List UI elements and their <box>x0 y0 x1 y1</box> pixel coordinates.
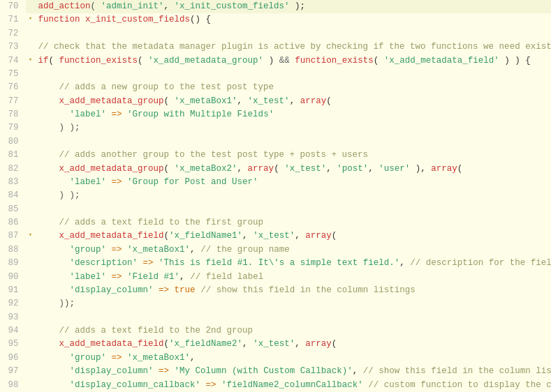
code-content: 'display_column_callback' => 'fieldName2… <box>36 379 551 392</box>
code-content: 'group' => 'x_metaBox1', // the group na… <box>36 243 551 257</box>
line-number: 98 <box>0 379 26 392</box>
table-row: 80 <box>0 135 551 149</box>
line-number: 96 <box>0 352 26 365</box>
line-number: 87 <box>0 229 26 243</box>
line-number: 90 <box>0 271 26 284</box>
line-number: 70 <box>0 0 26 13</box>
line-number: 91 <box>0 284 26 297</box>
code-content: )); <box>36 297 551 310</box>
table-row: 85 <box>0 203 551 216</box>
table-row: 82 x_add_metadata_group( 'x_metaBox2', a… <box>0 163 551 176</box>
table-row: 93 <box>0 311 551 324</box>
fold-gutter[interactable]: ▾ <box>26 54 36 68</box>
table-row: 84 ) ); <box>0 189 551 202</box>
table-row: 75 <box>0 68 551 81</box>
fold-gutter <box>26 27 36 40</box>
line-number: 84 <box>0 189 26 202</box>
line-number: 74 <box>0 54 26 68</box>
code-content: ) ); <box>36 121 551 135</box>
code-content: // adds a new group to the test post typ… <box>36 81 551 94</box>
fold-gutter <box>26 121 36 135</box>
table-row: 74▾if( function_exists( 'x_add_metadata_… <box>0 54 551 68</box>
line-number: 94 <box>0 324 26 338</box>
code-content: if( function_exists( 'x_add_metadata_gro… <box>36 54 551 68</box>
line-number: 85 <box>0 203 26 216</box>
table-row: 88 'group' => 'x_metaBox1', // the group… <box>0 243 551 257</box>
code-content <box>36 135 551 149</box>
fold-gutter <box>26 176 36 189</box>
fold-gutter <box>26 365 36 378</box>
fold-gutter <box>26 108 36 121</box>
fold-gutter <box>26 243 36 257</box>
code-content: 'display_column' => true // show this fi… <box>36 284 551 297</box>
table-row: 92 )); <box>0 297 551 310</box>
table-row: 98 'display_column_callback' => 'fieldNa… <box>0 379 551 392</box>
line-number: 81 <box>0 149 26 162</box>
code-content: ) ); <box>36 189 551 202</box>
table-row: 81 // adds another group to the test pos… <box>0 149 551 162</box>
fold-gutter <box>26 216 36 229</box>
table-row: 94 // adds a text field to the 2nd group <box>0 324 551 338</box>
fold-gutter <box>26 324 36 338</box>
table-row: 71▾function x_init_custom_fields() { <box>0 13 551 27</box>
table-row: 79 ) ); <box>0 121 551 135</box>
fold-gutter[interactable]: ▾ <box>26 13 36 27</box>
code-content: 'display_column' => 'My Column (with Cus… <box>36 365 551 378</box>
line-number: 97 <box>0 365 26 378</box>
line-number: 76 <box>0 81 26 94</box>
fold-gutter <box>26 135 36 149</box>
code-content: x_add_metadata_group( 'x_metaBox1', 'x_t… <box>36 95 551 108</box>
line-number: 83 <box>0 176 26 189</box>
table-row: 78 'label' => 'Group with Multiple Field… <box>0 108 551 121</box>
line-number: 93 <box>0 311 26 324</box>
code-content: add_action( 'admin_init', 'x_init_custom… <box>36 0 551 13</box>
line-number: 75 <box>0 68 26 81</box>
fold-gutter <box>26 189 36 202</box>
table-row: 72 <box>0 27 551 40</box>
fold-gutter <box>26 40 36 54</box>
code-content <box>36 203 551 216</box>
fold-gutter <box>26 163 36 176</box>
fold-gutter <box>26 311 36 324</box>
table-row: 83 'label' => 'Group for Post and User' <box>0 176 551 189</box>
fold-gutter <box>26 0 36 13</box>
code-editor: 70add_action( 'admin_init', 'x_init_cust… <box>0 0 551 392</box>
line-number: 80 <box>0 135 26 149</box>
line-number: 72 <box>0 27 26 40</box>
table-row: 91 'display_column' => true // show this… <box>0 284 551 297</box>
table-row: 73// check that the metadata manager plu… <box>0 40 551 54</box>
line-number: 95 <box>0 338 26 351</box>
line-number: 78 <box>0 108 26 121</box>
table-row: 97 'display_column' => 'My Column (with … <box>0 365 551 378</box>
table-row: 95 x_add_metadata_field('x_fieldName2', … <box>0 338 551 351</box>
table-row: 90 'label' => 'Field #1', // field label <box>0 271 551 284</box>
fold-gutter <box>26 352 36 365</box>
code-content: // adds a text field to the first group <box>36 216 551 229</box>
fold-gutter <box>26 297 36 310</box>
line-number: 77 <box>0 95 26 108</box>
table-row: 86 // adds a text field to the first gro… <box>0 216 551 229</box>
fold-gutter <box>26 149 36 162</box>
code-content: 'label' => 'Group with Multiple Fields' <box>36 108 551 121</box>
code-content <box>36 27 551 40</box>
code-content: // adds another group to the test post t… <box>36 149 551 162</box>
fold-gutter <box>26 271 36 284</box>
fold-gutter <box>26 379 36 392</box>
fold-gutter <box>26 338 36 351</box>
code-content: 'label' => 'Field #1', // field label <box>36 271 551 284</box>
line-number: 82 <box>0 163 26 176</box>
line-number: 88 <box>0 243 26 257</box>
line-number: 71 <box>0 13 26 27</box>
code-content: // check that the metadata manager plugi… <box>36 40 551 54</box>
code-content: 'group' => 'x_metaBox1', <box>36 352 551 365</box>
line-number: 92 <box>0 297 26 310</box>
fold-gutter <box>26 95 36 108</box>
code-content <box>36 311 551 324</box>
table-row: 76 // adds a new group to the test post … <box>0 81 551 94</box>
table-row: 87▾ x_add_metadata_field('x_fieldName1',… <box>0 229 551 243</box>
fold-gutter[interactable]: ▾ <box>26 229 36 243</box>
code-content: x_add_metadata_field('x_fieldName2', 'x_… <box>36 338 551 351</box>
table-row: 89 'description' => 'This is field #1. I… <box>0 257 551 270</box>
code-content <box>36 68 551 81</box>
line-number: 89 <box>0 257 26 270</box>
